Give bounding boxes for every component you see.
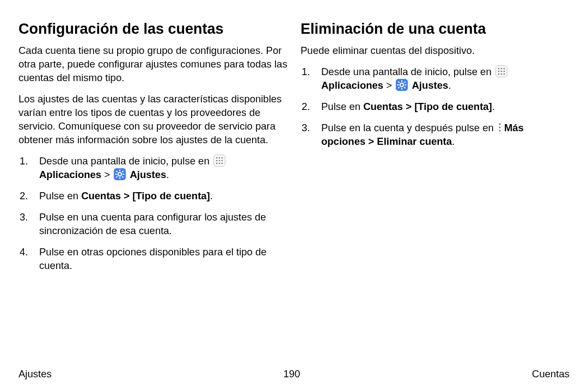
svg-point-21 [498, 71, 500, 72]
steps-list-configure: Desde una pantalla de inicio, pulse en A… [19, 155, 287, 273]
apps-label: Aplicaciones [321, 79, 383, 91]
left-column: Configuración de las cuentas Cada cuenta… [19, 21, 287, 280]
svg-point-36 [499, 123, 500, 125]
svg-point-22 [501, 71, 503, 72]
paragraph-delete-intro: Puede eliminar cuentas del dispositivo. [301, 44, 569, 58]
svg-point-4 [219, 160, 220, 161]
svg-rect-35 [404, 81, 406, 83]
footer-left: Ajustes [19, 368, 52, 380]
paragraph-intro-2: Los ajustes de las cuentas y las caracte… [19, 93, 287, 147]
step-3: Pulse en la cuenta y después pulse en Má… [301, 121, 569, 149]
period: . [492, 101, 495, 112]
svg-point-38 [499, 130, 500, 131]
svg-rect-17 [122, 170, 124, 173]
period: . [210, 190, 213, 201]
step-1: Desde una pantalla de inicio, pulse en A… [301, 65, 569, 93]
period: . [452, 136, 455, 147]
svg-point-24 [498, 74, 500, 75]
heading-delete-account: Eliminación de una cuenta [301, 21, 569, 38]
svg-point-2 [222, 157, 223, 158]
svg-point-6 [216, 162, 218, 164]
two-column-layout: Configuración de las cuentas Cada cuenta… [19, 21, 569, 280]
svg-point-37 [499, 126, 500, 128]
step-text: Pulse en la cuenta y después pulse en [321, 122, 497, 133]
svg-point-7 [219, 162, 220, 164]
heading-account-settings: Configuración de las cuentas [19, 21, 287, 38]
svg-point-8 [222, 162, 223, 164]
step-2: Pulse en Cuentas > [Tipo de cuenta]. [19, 189, 287, 203]
svg-rect-29 [401, 88, 402, 89]
chevron: > [383, 79, 395, 91]
svg-rect-33 [404, 87, 406, 89]
svg-point-9 [118, 173, 121, 176]
step-1: Desde una pantalla de inicio, pulse en A… [19, 155, 287, 182]
svg-rect-11 [119, 177, 120, 179]
svg-rect-14 [116, 170, 118, 173]
svg-point-5 [222, 160, 223, 161]
svg-point-26 [504, 74, 505, 75]
svg-point-25 [501, 74, 503, 75]
page-number: 190 [283, 368, 300, 380]
svg-rect-31 [405, 84, 407, 85]
step-text: Pulse en [321, 101, 363, 112]
svg-rect-13 [123, 174, 125, 175]
svg-rect-34 [398, 87, 400, 89]
svg-point-20 [504, 68, 505, 70]
more-options-icon [497, 121, 503, 133]
settings-gear-icon [114, 168, 126, 180]
step-2: Pulse en Cuentas > [Tipo de cuenta]. [301, 100, 569, 114]
accounts-path: Cuentas > [Tipo de cuenta] [363, 101, 492, 112]
apps-label: Aplicaciones [39, 169, 101, 180]
step-3: Pulse en una cuenta para configurar los … [19, 211, 287, 238]
step-text: Desde una pantalla de inicio, pulse en [321, 66, 494, 77]
paragraph-intro-1: Cada cuenta tiene su propio grupo de con… [19, 44, 287, 85]
apps-grid-icon [213, 155, 225, 167]
svg-rect-32 [398, 81, 400, 83]
step-text: Pulse en una cuenta para configurar los … [39, 211, 266, 236]
svg-point-19 [501, 68, 503, 70]
svg-point-27 [400, 83, 403, 87]
accounts-path: Cuentas > [Tipo de cuenta] [81, 190, 210, 201]
chevron: > [101, 169, 113, 180]
svg-rect-10 [119, 169, 120, 171]
settings-label: Ajustes [130, 169, 166, 180]
settings-gear-icon [396, 79, 408, 91]
steps-list-delete: Desde una pantalla de inicio, pulse en A… [301, 65, 569, 149]
period: . [448, 79, 451, 91]
step-text: Pulse en otras opciones disponibles para… [39, 246, 267, 271]
step-text: Desde una pantalla de inicio, pulse en [39, 155, 212, 167]
step-4: Pulse en otras opciones disponibles para… [19, 246, 287, 273]
apps-grid-icon [495, 65, 507, 77]
footer-right: Cuentas [532, 368, 569, 380]
svg-rect-30 [397, 84, 399, 85]
svg-point-1 [219, 157, 220, 158]
period: . [166, 169, 169, 180]
svg-rect-28 [401, 80, 402, 82]
settings-label: Ajustes [412, 79, 448, 91]
svg-rect-12 [115, 174, 117, 175]
right-column: Eliminación de una cuenta Puede eliminar… [301, 21, 569, 280]
svg-point-23 [504, 71, 505, 72]
step-text: Pulse en [39, 190, 81, 201]
svg-point-0 [216, 157, 218, 158]
svg-point-3 [216, 160, 218, 161]
svg-rect-16 [116, 176, 118, 178]
manual-page: Configuración de las cuentas Cada cuenta… [0, 0, 588, 392]
svg-point-18 [498, 68, 500, 70]
svg-rect-15 [122, 176, 124, 178]
page-footer: Ajustes 190 Cuentas [19, 368, 569, 380]
